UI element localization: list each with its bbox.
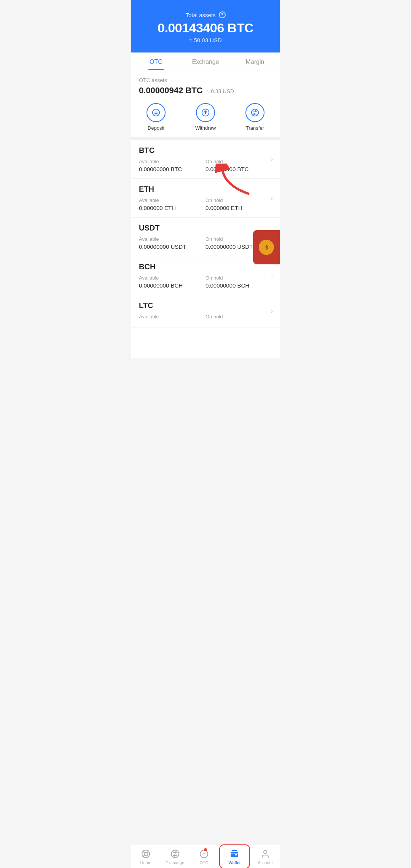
eth-chevron-icon: › (271, 195, 273, 202)
asset-name-bch: BCH (139, 262, 272, 271)
ltc-chevron-icon: › (271, 308, 273, 315)
deposit-label: Deposit (148, 125, 164, 131)
deposit-icon (147, 103, 166, 122)
transfer-label: Transfer (246, 125, 264, 131)
total-assets-label: Total assets (185, 12, 215, 18)
svg-point-4 (252, 109, 258, 116)
transfer-button[interactable]: Transfer (230, 103, 280, 131)
btc-onhold-value: 0.00000000 BTC (206, 166, 272, 172)
withdraw-label: Withdraw (195, 125, 216, 131)
eth-available-label: Available (139, 197, 206, 203)
help-icon[interactable]: ? (219, 11, 226, 18)
asset-name-eth: ETH (139, 185, 272, 194)
otc-assets-value: 0.00000942 BTC ≈ 0.33 USD (139, 86, 272, 95)
eth-onhold-value: 0.000000 ETH (206, 205, 272, 211)
asset-name-ltc: LTC (139, 301, 272, 310)
withdraw-button[interactable]: Withdraw (181, 103, 230, 131)
total-assets-amount: 0.00143406 BTC (139, 21, 272, 35)
tab-exchange[interactable]: Exchange (181, 52, 230, 70)
asset-item-btc[interactable]: BTC Available 0.00000000 BTC On hold 0.0… (131, 140, 280, 179)
svg-text:₿: ₿ (265, 245, 268, 250)
otc-content: OTC assets 0.00000942 BTC ≈ 0.33 USD (131, 70, 280, 95)
btc-available-label: Available (139, 159, 206, 164)
bch-available-value: 0.00000000 BCH (139, 282, 206, 289)
otc-assets-label: OTC assets (139, 77, 272, 83)
bch-onhold-label: On hold (206, 275, 272, 281)
asset-item-bch[interactable]: BCH Available 0.00000000 BCH On hold 0.0… (131, 256, 280, 295)
deposit-button[interactable]: Deposit (131, 103, 181, 131)
total-assets-usd: ≈ 50.03 USD (139, 37, 272, 43)
tab-margin[interactable]: Margin (230, 52, 280, 70)
otc-assets-usd: ≈ 0.33 USD (207, 88, 234, 94)
tab-otc[interactable]: OTC (131, 52, 181, 70)
withdraw-icon (196, 103, 215, 122)
btc-available-value: 0.00000000 BTC (139, 166, 206, 172)
asset-name-btc: BTC (139, 146, 272, 155)
bch-chevron-icon: › (271, 272, 273, 279)
tab-bar: OTC Exchange Margin (131, 52, 280, 70)
asset-item-eth[interactable]: ETH Available 0.000000 ETH On hold 0.000… (131, 179, 280, 218)
btc-onhold-label: On hold (206, 159, 272, 164)
action-buttons: Deposit Withdraw (131, 95, 280, 140)
usdt-available-label: Available (139, 236, 206, 242)
ltc-onhold-label: On hold (206, 314, 272, 320)
usdt-available-value: 0.00000000 USDT (139, 243, 206, 250)
bch-available-label: Available (139, 275, 206, 281)
red-card-icon: ₿ (259, 240, 274, 255)
btc-chevron-icon: › (271, 156, 273, 163)
asset-list: BTC Available 0.00000000 BTC On hold 0.0… (131, 140, 280, 358)
eth-available-value: 0.000000 ETH (139, 205, 206, 211)
header: Total assets ? 0.00143406 BTC ≈ 50.03 US… (131, 0, 280, 52)
asset-item-ltc[interactable]: LTC Available On hold › (131, 295, 280, 327)
transfer-icon (245, 103, 264, 122)
red-card-button[interactable]: ₿ (253, 230, 280, 264)
ltc-available-label: Available (139, 314, 206, 320)
eth-onhold-label: On hold (206, 197, 272, 203)
bch-onhold-value: 0.00000000 BCH (206, 282, 272, 289)
asset-name-usdt: USDT (139, 224, 272, 232)
